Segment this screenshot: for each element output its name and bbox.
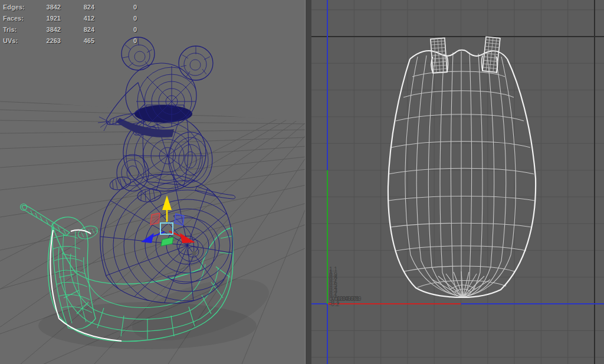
uv-background xyxy=(311,0,604,364)
maya-workspace: Edges: 3842 824 0 Faces: 1921 412 0 Tris… xyxy=(0,0,604,364)
poly-count-hud: Edges: 3842 824 0 Faces: 1921 412 0 Tris… xyxy=(3,2,140,47)
scene-3d xyxy=(0,0,305,364)
hud-label: UVs: xyxy=(3,35,34,47)
hud-value: 412 xyxy=(61,13,94,24)
plane-handle-xz[interactable] xyxy=(161,237,173,246)
hud-row-faces: Faces: 1921 412 0 xyxy=(3,13,140,24)
hud-value: 3842 xyxy=(34,24,61,35)
hud-value: 824 xyxy=(61,2,94,13)
plane-handle-yz[interactable] xyxy=(150,213,160,225)
spiral-center xyxy=(192,251,196,255)
hud-label: Tris: xyxy=(3,24,34,35)
hud-row-uvs: UVs: 2263 465 0 xyxy=(3,35,140,47)
hud-value: 0 xyxy=(94,13,137,24)
hud-row-tris: Tris: 3842 824 0 xyxy=(3,24,140,35)
hud-value: 824 xyxy=(61,24,94,35)
plane-handle-xy[interactable] xyxy=(175,214,184,225)
panel-divider[interactable] xyxy=(305,0,311,364)
hud-value: 1921 xyxy=(34,13,61,24)
hud-label: Faces: xyxy=(3,13,34,24)
mouse-tail xyxy=(195,186,235,199)
hud-label: Edges: xyxy=(3,2,34,13)
haunch-wireframe xyxy=(173,137,208,182)
uv-editor-viewport[interactable]: 00.10.20.30.40.50.60.70.80.911.110.90.80… xyxy=(311,0,604,364)
hud-value: 3842 xyxy=(34,2,61,13)
hud-value: 2263 xyxy=(34,35,61,47)
move-x-arrow[interactable] xyxy=(180,233,195,243)
hud-row-edges: Edges: 3842 824 0 xyxy=(3,2,140,13)
hud-value: 0 xyxy=(94,24,137,35)
hud-value: 465 xyxy=(61,35,94,47)
hud-value: 0 xyxy=(94,35,137,47)
perspective-viewport[interactable]: Edges: 3842 824 0 Faces: 1921 412 0 Tris… xyxy=(0,0,305,364)
move-y-arrow[interactable] xyxy=(162,195,172,210)
move-manipulator[interactable] xyxy=(141,195,195,246)
uv-editor-canvas xyxy=(311,0,604,364)
hud-value: 0 xyxy=(94,2,137,13)
antenna-wireframe xyxy=(31,211,66,235)
